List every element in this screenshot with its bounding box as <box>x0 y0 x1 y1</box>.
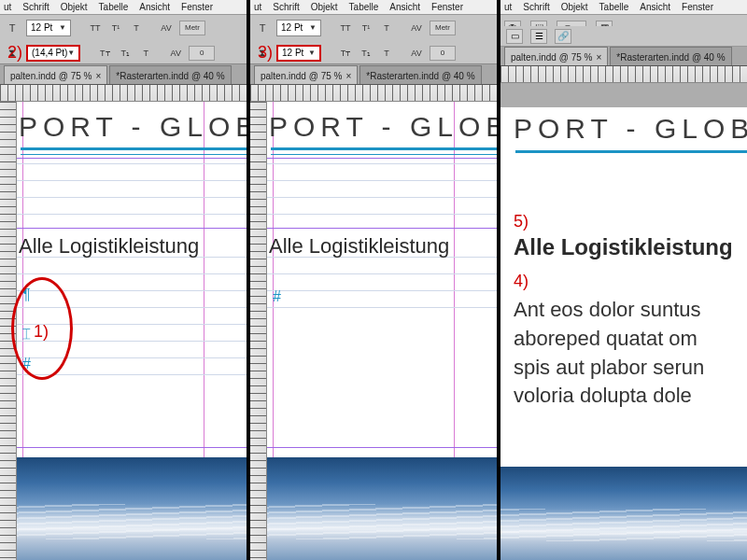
document-canvas[interactable]: PORT - GLOBAL Alle Logistikleistung # <box>267 102 497 560</box>
font-size-field[interactable]: 12 Pt▼ <box>276 20 321 36</box>
smallcaps-button[interactable]: Tᴛ <box>338 46 353 61</box>
baseline <box>17 214 247 215</box>
body-line: aboreped quatat om <box>514 325 747 354</box>
tab-raster[interactable]: *Rasterarten.indd @ 40 % <box>109 65 231 84</box>
menu-objekt[interactable]: Objekt <box>311 2 338 12</box>
strike-button[interactable]: T <box>379 21 394 35</box>
tracking-field[interactable]: 0 <box>430 46 456 61</box>
menu-objekt[interactable]: Objekt <box>561 2 588 12</box>
tracking-field[interactable]: 0 <box>189 46 215 61</box>
menu-objekt[interactable]: Objekt <box>61 2 88 12</box>
document-canvas[interactable]: PORT - GLOBAL Alle Logistikleistung ¶ ⌶ … <box>17 102 247 560</box>
menu-bar[interactable]: ut Schrift Objekt Tabelle Ansicht Fenste… <box>250 0 497 14</box>
tracking-icon: AV <box>168 46 183 61</box>
body-line: voloria dolupta dole <box>514 382 747 411</box>
layers-panel-icon[interactable]: ☰ <box>530 29 547 44</box>
baseline <box>17 163 247 164</box>
menu-fenster-fragment[interactable]: Fenster <box>682 2 713 12</box>
annotation-4: 4) <box>514 272 529 291</box>
baseline <box>267 214 497 215</box>
guide-h[interactable] <box>267 228 497 229</box>
close-icon[interactable]: × <box>345 71 351 81</box>
tab-raster[interactable]: *Rasterarten.indd @ 40 % <box>610 47 731 65</box>
subscript-button[interactable]: T₁ <box>359 46 374 61</box>
document-canvas[interactable]: PORT - GLOBAL 5) Alle Logistikleistung 4… <box>500 107 747 560</box>
menu-bar[interactable]: ut Schrift Objekt Tabelle Ansicht Fenste… <box>0 0 247 14</box>
menu-fenster-fragment[interactable]: Fenster <box>431 2 463 12</box>
links-panel-icon[interactable]: 🔗 <box>555 29 571 44</box>
document-tabs: palten.indd @ 75 %× *Rasterarten.indd @ … <box>0 64 247 85</box>
menu-schrift[interactable]: Schrift <box>523 2 549 12</box>
annotation-5: 5) <box>514 212 529 231</box>
underline-button[interactable]: T <box>138 46 153 61</box>
title-underline <box>21 147 247 150</box>
title-underline <box>271 147 497 150</box>
title-underline-thin <box>21 154 247 155</box>
menu-schrift[interactable]: Schrift <box>22 2 49 12</box>
baseline <box>267 273 497 274</box>
end-of-story-icon: # <box>273 288 281 305</box>
menu-bar[interactable]: ut Schrift Objekt Tabelle Ansicht Fenste… <box>500 0 747 14</box>
guide-h[interactable] <box>267 158 497 159</box>
headline-text: Alle Logistikleistung <box>269 234 449 259</box>
panel-dock: ▭ ☰ 🔗 <box>500 26 747 47</box>
title-underline <box>515 150 747 153</box>
menu-ansicht[interactable]: Ansicht <box>139 2 170 12</box>
document-tabs: palten.indd @ 75 %× *Rasterarten.indd @ … <box>500 46 747 66</box>
menu-ansicht[interactable]: Ansicht <box>389 2 420 12</box>
title-underline-thin <box>271 154 497 155</box>
menu-edit-fragment[interactable]: ut <box>504 2 512 12</box>
menu-schrift[interactable]: Schrift <box>273 2 299 12</box>
document-tabs: palten.indd @ 75 %× *Rasterarten.indd @ … <box>250 64 497 85</box>
guide-h[interactable] <box>17 447 247 448</box>
baseline <box>17 180 247 181</box>
guide-h[interactable] <box>17 228 247 229</box>
baseline <box>267 163 497 164</box>
kerning-field[interactable]: Metr <box>430 21 456 35</box>
menu-tabelle[interactable]: Tabelle <box>349 2 379 12</box>
menu-tabelle[interactable]: Tabelle <box>599 2 629 12</box>
leading-field-highlighted[interactable]: (14,4 Pt)▼ <box>26 45 80 62</box>
smallcaps-button[interactable]: Tᴛ <box>97 46 112 61</box>
ruler-horizontal[interactable] <box>0 85 247 102</box>
kerning-field[interactable]: Metr <box>179 21 205 35</box>
strike-button[interactable]: T <box>129 21 144 35</box>
baseline <box>267 197 497 198</box>
panel-middle: ut Schrift Objekt Tabelle Ansicht Fenste… <box>250 0 500 560</box>
superscript-button[interactable]: T¹ <box>108 21 123 35</box>
close-icon[interactable]: × <box>95 71 101 81</box>
guide-h[interactable] <box>267 447 497 448</box>
pages-panel-icon[interactable]: ▭ <box>506 29 523 44</box>
annotation-2: 2) <box>7 43 22 63</box>
tab-active[interactable]: palten.indd @ 75 %× <box>504 47 608 65</box>
kerning-icon: AV <box>159 21 174 35</box>
page-area: PORT - GLOBAL Alle Logistikleistung # <box>250 102 497 560</box>
ruler-vertical[interactable] <box>250 102 267 560</box>
leading-field-highlighted[interactable]: 12 Pt▼ <box>276 45 321 62</box>
baseline <box>267 290 497 291</box>
ruler-horizontal[interactable] <box>500 66 747 83</box>
subscript-button[interactable]: T₁ <box>118 46 133 61</box>
tracking-icon: AV <box>409 46 424 61</box>
body-text: Ant eos dolor suntus aboreped quatat om … <box>514 296 747 411</box>
guide-h[interactable] <box>17 158 247 159</box>
menu-edit-fragment[interactable]: ut <box>254 2 261 12</box>
tab-active[interactable]: palten.indd @ 75 %× <box>4 65 107 84</box>
menu-fenster-fragment[interactable]: Fenster <box>181 2 213 12</box>
close-icon[interactable]: × <box>596 52 601 63</box>
underline-button[interactable]: T <box>379 46 394 61</box>
menu-tabelle[interactable]: Tabelle <box>99 2 129 12</box>
allcaps-button[interactable]: TT <box>338 21 353 35</box>
ruler-horizontal[interactable] <box>250 85 497 102</box>
menu-edit-fragment[interactable]: ut <box>4 2 11 12</box>
superscript-button[interactable]: T¹ <box>359 21 374 35</box>
tab-active[interactable]: palten.indd @ 75 %× <box>254 65 358 84</box>
annotation-1: 1) <box>34 322 49 342</box>
baseline <box>267 307 497 308</box>
menu-ansicht[interactable]: Ansicht <box>640 2 670 12</box>
tab-raster[interactable]: *Rasterarten.indd @ 40 % <box>359 65 481 84</box>
font-size-field[interactable]: 12 Pt▼ <box>26 20 71 36</box>
doc-title: PORT - GLOBAL <box>514 113 747 145</box>
allcaps-button[interactable]: TT <box>88 21 103 35</box>
sky-image <box>267 457 497 560</box>
